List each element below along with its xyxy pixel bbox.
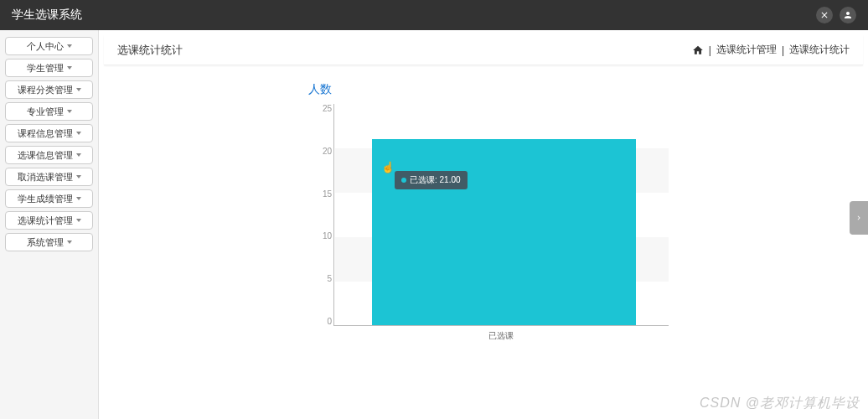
chevron-down-icon <box>76 88 81 91</box>
chevron-down-icon <box>76 153 81 157</box>
content-header: 选课统计统计 | 选课统计管理 | 选课统计统计 <box>104 35 863 65</box>
chart-container: 人数 25 20 15 10 5 0 ☝ 已选课: 2 <box>99 65 868 419</box>
y-tick: 5 <box>317 274 332 283</box>
y-tick: 0 <box>317 317 332 326</box>
sidebar-item-label: 系统管理 <box>27 236 64 249</box>
cursor-pointer-icon: ☝ <box>381 161 395 173</box>
sidebar-item-student[interactable]: 学生管理 <box>5 59 93 77</box>
breadcrumb-item[interactable]: 选课统计管理 <box>716 43 777 57</box>
y-tick: 25 <box>317 104 332 113</box>
topbar-icons <box>816 7 856 23</box>
chevron-right-icon <box>855 214 863 222</box>
sidebar-item-label: 学生管理 <box>27 62 64 75</box>
sidebar-item-selection-info[interactable]: 选课信息管理 <box>5 146 93 164</box>
sidebar-item-cancel[interactable]: 取消选课管理 <box>5 168 93 186</box>
breadcrumb: | 选课统计管理 | 选课统计统计 <box>692 43 850 57</box>
breadcrumb-sep: | <box>782 44 784 56</box>
topbar: 学生选课系统 <box>0 0 868 30</box>
sidebar-item-label: 专业管理 <box>27 106 64 118</box>
chevron-down-icon <box>76 197 81 200</box>
main-content: 选课统计统计 | 选课统计管理 | 选课统计统计 人数 25 20 15 10 … <box>99 30 868 419</box>
sidebar-item-label: 取消选课管理 <box>18 171 73 184</box>
tooltip-text: 已选课: 21.00 <box>410 174 461 186</box>
chart-tooltip: 已选课: 21.00 <box>395 171 468 189</box>
side-expand-tab[interactable] <box>850 201 868 235</box>
sidebar-item-label: 个人中心 <box>27 40 64 53</box>
breadcrumb-item: 选课统计统计 <box>789 43 850 57</box>
home-icon <box>692 44 704 56</box>
sidebar-item-course-info[interactable]: 课程信息管理 <box>5 124 93 142</box>
y-axis: 25 20 15 10 5 0 <box>317 104 332 326</box>
sidebar-item-stats[interactable]: 选课统计管理 <box>5 211 93 230</box>
sidebar-item-label: 课程信息管理 <box>18 127 73 140</box>
sidebar-item-category[interactable]: 课程分类管理 <box>5 80 93 99</box>
close-icon[interactable] <box>816 7 833 23</box>
chevron-down-icon <box>67 241 72 244</box>
chart-bar[interactable] <box>372 139 636 325</box>
chevron-down-icon <box>67 66 72 70</box>
page-title: 选课统计统计 <box>117 43 183 58</box>
chart-title: 人数 <box>308 82 843 97</box>
chevron-down-icon <box>67 110 72 113</box>
sidebar-item-system[interactable]: 系统管理 <box>5 233 93 251</box>
chevron-down-icon <box>76 175 81 178</box>
x-axis-label: 已选课 <box>333 330 669 342</box>
sidebar-item-label: 学生成绩管理 <box>18 193 73 205</box>
y-tick: 15 <box>317 189 332 199</box>
app-title: 学生选课系统 <box>12 8 82 23</box>
chevron-down-icon <box>76 219 81 222</box>
sidebar-item-grade[interactable]: 学生成绩管理 <box>5 189 93 208</box>
y-tick: 10 <box>317 231 332 241</box>
sidebar-item-major[interactable]: 专业管理 <box>5 102 93 121</box>
sidebar-item-label: 选课统计管理 <box>18 215 73 227</box>
y-tick: 20 <box>317 147 332 156</box>
chevron-down-icon <box>76 132 81 135</box>
plot-area: ☝ 已选课: 21.00 <box>333 104 669 326</box>
sidebar-item-personal[interactable]: 个人中心 <box>5 37 93 55</box>
sidebar-item-label: 课程分类管理 <box>18 84 73 96</box>
breadcrumb-sep: | <box>709 44 711 56</box>
sidebar: 个人中心 学生管理 课程分类管理 专业管理 课程信息管理 选课信息管理 取消选课… <box>0 30 99 419</box>
tooltip-dot-icon <box>401 178 406 183</box>
sidebar-item-label: 选课信息管理 <box>18 149 73 162</box>
user-icon[interactable] <box>840 7 856 23</box>
chart-area: 25 20 15 10 5 0 ☝ 已选课: 21.00 <box>333 104 685 339</box>
chevron-down-icon <box>67 44 72 48</box>
